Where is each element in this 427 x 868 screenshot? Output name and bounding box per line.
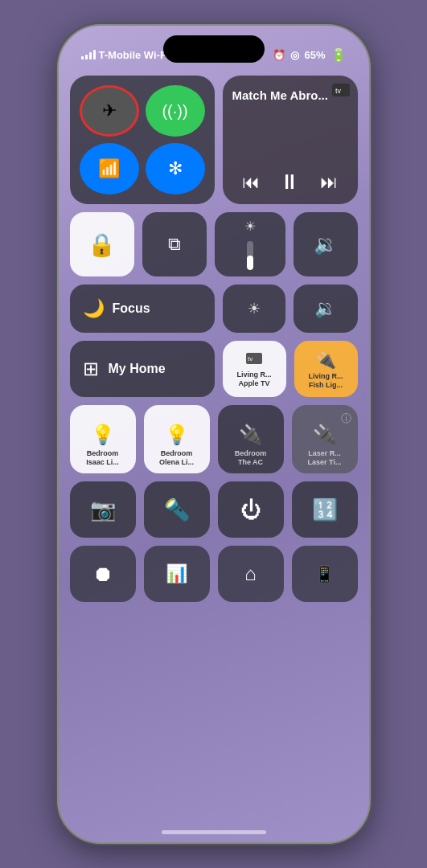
laser-label: Laser R...Laser Ti... (308, 449, 342, 467)
laser-icon: 🔌 (313, 424, 337, 446)
battery-label: 65% (304, 49, 325, 61)
laser-tile[interactable]: ⓘ 🔌 Laser R...Laser Ti... (292, 405, 358, 473)
screen-mirror-button[interactable]: ⧉ (142, 212, 207, 276)
status-right: ⏰ ◎ 65% 🔋 (273, 47, 346, 63)
ac-icon: 🔌 (239, 424, 263, 446)
svg-text:tv: tv (335, 87, 342, 95)
camera-icon: 📷 (90, 497, 116, 522)
screen-lock-icon: 🔒 (88, 231, 116, 258)
signal-bars (81, 50, 96, 59)
apple-tv-label: Living R...Apple TV (236, 371, 271, 388)
pause-button[interactable]: ⏸ (279, 170, 300, 194)
apple-tv-tile[interactable]: tv Living R...Apple TV (223, 341, 286, 397)
sun-icon-small: ☀ (248, 300, 261, 317)
bedroom-ac-tile[interactable]: 🔌 BedroomThe AC (218, 405, 284, 473)
second-row: 🔒 ⧉ ☀ 🔉 (70, 212, 358, 276)
ac-label: BedroomThe AC (235, 449, 267, 467)
volume-h-block[interactable]: 🔉 (294, 285, 358, 333)
my-home-label: My Home (109, 362, 166, 376)
now-playing-controls: ⏮ ⏸ ⏭ (232, 170, 348, 194)
brightness-track (247, 241, 253, 270)
home-indicator (162, 830, 266, 834)
remote-icon: 📱 (314, 564, 335, 583)
volume-block[interactable]: 🔉 (294, 212, 358, 276)
camera-button[interactable]: 📷 (70, 481, 136, 538)
calculator-button[interactable]: 🔢 (292, 481, 358, 538)
my-home-button[interactable]: ⊞ My Home (70, 341, 215, 397)
cellular-button[interactable]: ((·)) (146, 85, 205, 137)
record-icon: ⏺ (92, 562, 113, 587)
flashlight-icon: 🔦 (164, 497, 190, 522)
home-nav-icon: ⌂ (244, 563, 257, 585)
battery-icon: 🔋 (331, 47, 347, 63)
home-house-icon: ⊞ (83, 358, 99, 380)
phone-frame: T-Mobile Wi-Fi 📶 ⏰ ◎ 65% 🔋 ✈ ((·)) 📶 (57, 24, 371, 844)
brightness-icon: ☀ (244, 219, 256, 234)
airplane-icon: ✈ (102, 100, 117, 121)
record-button[interactable]: ⏺ (70, 546, 136, 602)
bedroom-olena-tile[interactable]: 💡 BedroomOlena Li... (144, 405, 210, 473)
focus-row: 🌙 Focus ☀ 🔉 (70, 285, 358, 333)
moon-icon: 🌙 (83, 298, 105, 319)
bedroom-isaac-tile[interactable]: 💡 BedroomIsaac Li... (70, 405, 136, 473)
volume-icon: 🔉 (314, 233, 338, 256)
home-nav-button[interactable]: ⌂ (218, 546, 284, 602)
accessories-row: 💡 BedroomIsaac Li... 💡 BedroomOlena Li..… (70, 405, 358, 473)
wifi-btn-icon: 📶 (98, 158, 120, 179)
signal-bar-2 (85, 55, 88, 59)
power-icon: ⏻ (240, 497, 261, 522)
signal-bar-3 (89, 52, 92, 59)
control-center: ✈ ((·)) 📶 ✻ tv Mat (70, 76, 358, 786)
fish-light-icon: 🔌 (316, 350, 336, 370)
signal-bar-4 (93, 50, 96, 59)
power-button[interactable]: ⏻ (218, 481, 284, 538)
carrier-label: T-Mobile Wi-Fi (99, 49, 170, 61)
bluetooth-icon: ✻ (168, 158, 183, 179)
last-controls-row: ⏺ 📊 ⌂ 📱 (70, 546, 358, 602)
signal-bar-1 (81, 56, 84, 59)
olena-light-icon: 💡 (165, 424, 189, 446)
notch (163, 35, 265, 63)
screen-mirror-icon: ⧉ (168, 234, 181, 255)
fish-light-label: Living R...Fish Lig... (308, 372, 343, 390)
analytics-button[interactable]: 📊 (144, 546, 210, 602)
calculator-icon: 🔢 (312, 497, 338, 522)
wifi-button[interactable]: 📶 (80, 143, 139, 194)
screen-lock-button[interactable]: 🔒 (70, 212, 134, 276)
isaac-light-label: BedroomIsaac Li... (86, 449, 119, 467)
rewind-button[interactable]: ⏮ (242, 172, 260, 193)
olena-light-label: BedroomOlena Li... (159, 449, 194, 467)
fast-forward-button[interactable]: ⏭ (320, 172, 338, 193)
brightness-h-block[interactable]: ☀ (223, 285, 285, 333)
isaac-light-icon: 💡 (91, 424, 115, 446)
remote-button[interactable]: 📱 (292, 546, 358, 602)
now-playing-block: tv Match Me Abro... ⏮ ⏸ ⏭ (223, 76, 358, 204)
top-row: ✈ ((·)) 📶 ✻ tv Mat (70, 76, 358, 204)
analytics-icon: 📊 (166, 563, 187, 584)
focus-label: Focus (113, 301, 150, 316)
cellular-icon: ((·)) (162, 102, 187, 121)
bluetooth-button[interactable]: ✻ (146, 143, 205, 194)
focus-button[interactable]: 🌙 Focus (70, 285, 215, 333)
fish-light-tile[interactable]: 🔌 Living R...Fish Lig... (294, 341, 358, 397)
now-playing-title: Match Me Abro... (232, 88, 348, 102)
apple-tv-icon: tv (246, 351, 262, 368)
brightness-slider-block[interactable]: ☀ (215, 212, 285, 276)
brightness-fill (247, 256, 253, 270)
flashlight-button[interactable]: 🔦 (144, 481, 210, 538)
svg-text:tv: tv (248, 355, 253, 362)
airplane-mode-button[interactable]: ✈ (80, 85, 139, 137)
connectivity-block: ✈ ((·)) 📶 ✻ (70, 76, 215, 204)
info-badge: ⓘ (341, 411, 351, 426)
location-icon: ◎ (290, 49, 299, 61)
home-row: ⊞ My Home tv Living R...Apple TV 🔌 Livin… (70, 341, 358, 397)
tv-app-icon: tv (332, 84, 350, 99)
alarm-icon: ⏰ (273, 49, 285, 61)
volume-icon-2: 🔉 (314, 298, 336, 319)
bottom-controls-row: 📷 🔦 ⏻ 🔢 (70, 481, 358, 538)
